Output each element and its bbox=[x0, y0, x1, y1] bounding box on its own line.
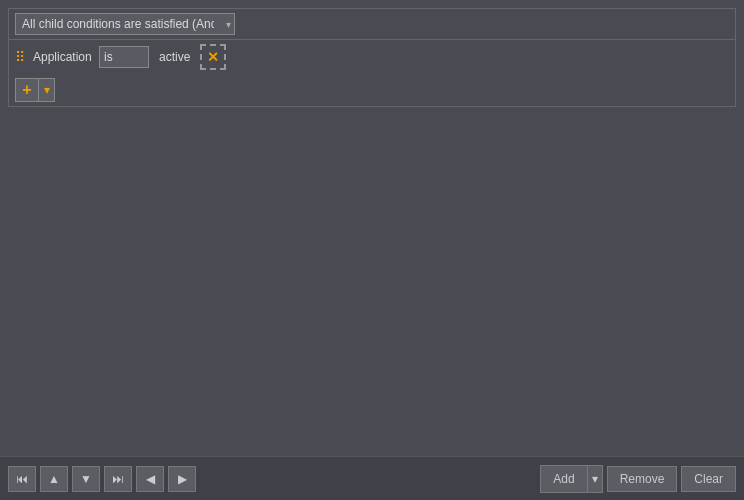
nav-next-icon: ▶ bbox=[178, 472, 187, 486]
nav-next-button[interactable]: ▶ bbox=[168, 466, 196, 492]
nav-last-icon: ⏭ bbox=[112, 472, 124, 486]
nav-first-icon: ⏮ bbox=[16, 472, 28, 486]
add-condition-dropdown-button[interactable]: ▾ bbox=[39, 78, 55, 102]
condition-value-label: active bbox=[155, 48, 194, 66]
nav-down-icon: ▼ bbox=[80, 472, 92, 486]
nav-prev-icon: ◀ bbox=[146, 472, 155, 486]
condition-type-wrapper: All child conditions are satisfied (And)… bbox=[15, 13, 235, 35]
add-action-dropdown-icon: ▾ bbox=[592, 472, 598, 486]
add-action-button-group: Add ▾ bbox=[540, 465, 602, 493]
nav-first-button[interactable]: ⏮ bbox=[8, 466, 36, 492]
add-action-main-button[interactable]: Add bbox=[541, 466, 586, 492]
condition-row: ⠿ Application is is not contains starts … bbox=[9, 40, 735, 74]
nav-last-button[interactable]: ⏭ bbox=[104, 466, 132, 492]
condition-group: All child conditions are satisfied (And)… bbox=[8, 8, 736, 107]
content-area: All child conditions are satisfied (And)… bbox=[0, 0, 744, 456]
operator-wrapper: is is not contains starts with bbox=[99, 46, 149, 68]
nav-down-button[interactable]: ▼ bbox=[72, 466, 100, 492]
remove-condition-button[interactable]: ✕ bbox=[200, 44, 226, 70]
condition-header: All child conditions are satisfied (And)… bbox=[9, 9, 735, 40]
add-row: + ▾ bbox=[9, 74, 735, 106]
nav-up-button[interactable]: ▲ bbox=[40, 466, 68, 492]
nav-up-icon: ▲ bbox=[48, 472, 60, 486]
add-action-dropdown-button[interactable]: ▾ bbox=[587, 466, 602, 492]
condition-field-label: Application bbox=[33, 50, 93, 64]
condition-type-dropdown[interactable]: All child conditions are satisfied (And)… bbox=[15, 13, 235, 35]
main-container: All child conditions are satisfied (And)… bbox=[0, 0, 744, 500]
clear-action-button[interactable]: Clear bbox=[681, 466, 736, 492]
nav-prev-button[interactable]: ◀ bbox=[136, 466, 164, 492]
add-condition-button[interactable]: + bbox=[15, 78, 39, 102]
bottom-toolbar: ⏮ ▲ ▼ ⏭ ◀ ▶ Add ▾ Remove Clear bbox=[0, 456, 744, 500]
add-dropdown-arrow-icon: ▾ bbox=[44, 83, 50, 97]
remove-action-button[interactable]: Remove bbox=[607, 466, 678, 492]
condition-operator-dropdown[interactable]: is is not contains starts with bbox=[99, 46, 149, 68]
drag-handle-icon[interactable]: ⠿ bbox=[15, 49, 25, 65]
